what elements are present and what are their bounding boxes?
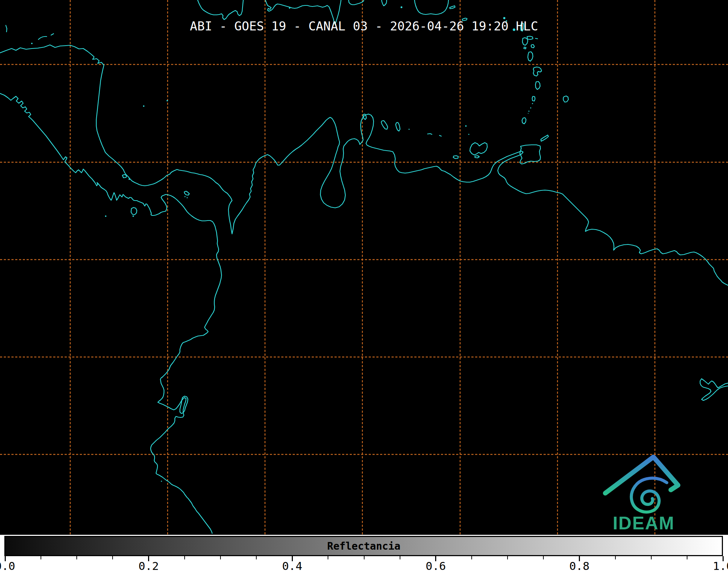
islet-dot — [529, 111, 530, 112]
colorbar-minor-tick — [507, 556, 508, 559]
islet-dot — [167, 100, 168, 101]
colorbar-minor-tick — [256, 556, 257, 559]
coastline-los-roques-dash-a — [428, 134, 432, 134]
colorbar-minor-tick — [220, 556, 221, 559]
islet-dot — [465, 125, 467, 127]
islet-dot — [161, 481, 162, 482]
coastline-bocas-islets — [122, 175, 127, 178]
islet-dot — [289, 7, 290, 9]
islet-dot — [530, 108, 531, 109]
colorbar-minor-tick — [112, 556, 113, 559]
colorbar-minor-tick — [184, 556, 185, 559]
coastline-martinique-island — [533, 67, 542, 76]
colorbar-tick-label: 0.4 — [278, 559, 307, 571]
colorbar-minor-tick — [543, 556, 544, 559]
coastlines — [0, 0, 728, 533]
coastline-puna-island — [180, 396, 188, 413]
coastline-trinidad-island — [520, 145, 540, 164]
colorbar-minor-tick — [76, 556, 77, 559]
islet-dot — [468, 134, 470, 135]
satellite-product-screen: ABI - GOES 19 - CANAL 03 - 2026-04-26 19… — [0, 0, 728, 571]
coastline-marie-galante — [531, 45, 534, 48]
coastline-amapa-hook-coast — [700, 379, 728, 400]
colorbar-label: Reflectancia — [291, 540, 436, 552]
coastline-guadeloupe-east-wing — [527, 36, 533, 39]
coastline-dominica-island — [528, 52, 533, 61]
ideam-logo: IDEAM — [601, 455, 699, 532]
coastline-guadeloupe-west-wing — [522, 38, 528, 45]
islet-dot — [409, 129, 410, 130]
colorbar-minor-tick — [615, 556, 616, 559]
coastline-grenada-island — [522, 118, 526, 124]
islet-dot — [187, 197, 188, 198]
coastline-st-lucia-island — [535, 81, 540, 89]
islet-dot — [132, 215, 134, 217]
coastline-tobago-island — [541, 135, 548, 141]
islet-dot — [528, 113, 529, 114]
coastline-pacific-west-coast — [0, 93, 222, 533]
colorbar-minor-tick — [471, 556, 472, 559]
coastline-st-vincent-island — [532, 96, 535, 101]
colorbar-tick-label: 0.2 — [134, 559, 163, 571]
coastline-hispaniola-east-coast — [349, 0, 364, 5]
coastline-margarita-island — [470, 143, 487, 155]
coastline-coiba-island — [131, 207, 137, 215]
colorbar-minor-tick — [328, 556, 328, 559]
coastline-bay-islands-guanaja — [51, 34, 54, 35]
coastline-curacao-island — [381, 121, 388, 129]
logo-hurricane-spiral-icon — [631, 478, 667, 512]
colorbar-minor-tick — [364, 556, 365, 559]
islet-dot — [129, 179, 130, 180]
logo-text: IDEAM — [613, 513, 674, 532]
islet-dot — [401, 7, 403, 8]
islet-dot — [105, 215, 106, 217]
coastline-pearl-islands — [184, 191, 189, 195]
coastline-puerto-rico-west-bit — [382, 0, 387, 6]
coastline-barbados-island — [563, 96, 568, 102]
colorbar-minor-tick — [400, 556, 400, 559]
coastline-guadeloupe-tail — [524, 47, 526, 49]
coastline-los-roques-dash-b — [439, 135, 441, 136]
coastline-desirade-dash — [535, 38, 538, 39]
coastline-coche-island — [475, 156, 479, 158]
colorbar-tick-label: 0.0 — [0, 559, 20, 571]
coastline-mainland-caribbean-coast — [0, 45, 728, 285]
islet-dot — [143, 105, 144, 107]
coastline-bonaire-island — [396, 122, 400, 131]
coastline-vieques-island — [450, 6, 455, 9]
map-area: ABI - GOES 19 - CANAL 03 - 2026-04-26 19… — [0, 0, 728, 535]
logo-roof-icon — [605, 457, 678, 493]
islet-dot — [31, 43, 33, 44]
islet-dot — [185, 196, 186, 197]
colorbar-minor-tick — [651, 556, 652, 559]
islet-dot — [532, 103, 533, 104]
colorbar-tick-label: 0.8 — [565, 559, 594, 571]
colorbar-tick-label: 0.6 — [421, 559, 450, 571]
map-title: ABI - GOES 19 - CANAL 03 - 2026-04-26 19… — [0, 19, 728, 33]
colorbar-minor-tick — [41, 556, 41, 559]
coastline-jamaica-south-coast — [198, 0, 243, 20]
coastline-la-tortuga-island — [453, 156, 458, 159]
coastline-bay-islands-roatan — [38, 37, 47, 39]
colorbar-tick-label: 1.0 — [708, 559, 728, 571]
colorbar-minor-tick — [687, 556, 687, 559]
coastline-puerto-rico-south-coast — [415, 0, 449, 14]
